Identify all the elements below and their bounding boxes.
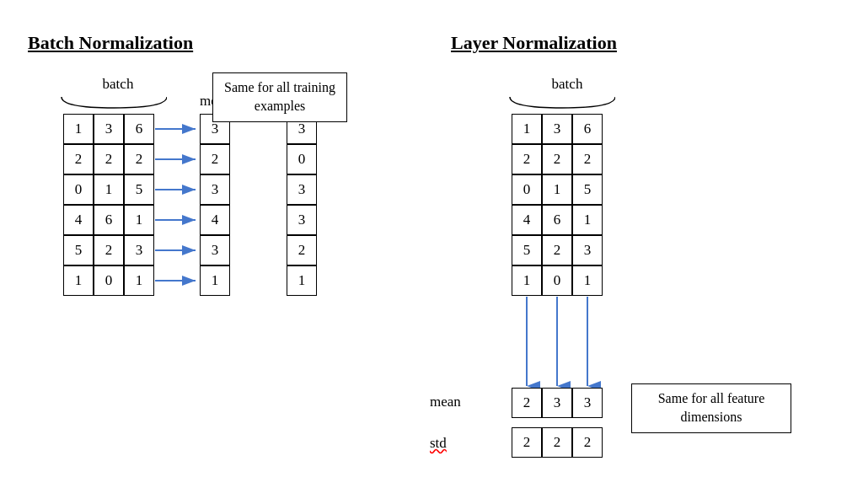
mean-cell: 2 bbox=[200, 144, 230, 174]
mean-cell: 4 bbox=[200, 205, 230, 235]
grid-cell: 3 bbox=[572, 235, 603, 265]
layer-norm-std-label: std bbox=[430, 435, 447, 452]
grid-cell: 3 bbox=[94, 114, 124, 144]
grid-cell: 2 bbox=[572, 144, 603, 174]
grid-cell: 1 bbox=[572, 205, 603, 235]
grid-cell: 0 bbox=[512, 174, 542, 205]
batch-norm-grid: 136222015461523101 bbox=[63, 114, 154, 296]
layer-brace-svg bbox=[506, 93, 615, 114]
batch-brace-svg bbox=[57, 93, 167, 114]
mean-cell: 2 bbox=[512, 388, 542, 418]
grid-cell: 6 bbox=[542, 205, 572, 235]
grid-cell: 0 bbox=[63, 174, 94, 205]
std-cell: 0 bbox=[287, 144, 317, 174]
grid-cell: 2 bbox=[542, 144, 572, 174]
batch-norm-mean-col: 323431 bbox=[200, 114, 230, 296]
std-cell: 1 bbox=[287, 265, 317, 296]
layer-norm-grid: 136222015461523101 bbox=[512, 114, 603, 296]
grid-cell: 1 bbox=[572, 265, 603, 296]
grid-cell: 1 bbox=[542, 174, 572, 205]
grid-cell: 2 bbox=[542, 235, 572, 265]
std-cell: 2 bbox=[542, 427, 572, 458]
grid-cell: 1 bbox=[512, 114, 542, 144]
layer-norm-mean-row: 233 bbox=[512, 388, 603, 418]
grid-cell: 5 bbox=[124, 174, 154, 205]
layer-norm-info-box: Same for all feature dimensions bbox=[631, 383, 791, 433]
grid-cell: 1 bbox=[63, 265, 94, 296]
batch-norm-info-box: Same for all training examples bbox=[212, 72, 347, 122]
grid-cell: 5 bbox=[63, 235, 94, 265]
layer-norm-batch-label: batch bbox=[521, 76, 614, 93]
mean-cell: 3 bbox=[572, 388, 603, 418]
grid-cell: 2 bbox=[124, 144, 154, 174]
grid-cell: 2 bbox=[94, 144, 124, 174]
grid-cell: 1 bbox=[512, 265, 542, 296]
layer-norm-mean-label: mean bbox=[430, 394, 461, 410]
std-cell: 3 bbox=[287, 205, 317, 235]
grid-cell: 4 bbox=[63, 205, 94, 235]
mean-cell: 1 bbox=[200, 265, 230, 296]
grid-cell: 5 bbox=[572, 174, 603, 205]
grid-cell: 4 bbox=[512, 205, 542, 235]
batch-norm-batch-label: batch bbox=[72, 76, 164, 93]
batch-norm-std-col: 303321 bbox=[287, 114, 317, 296]
std-cell: 2 bbox=[572, 427, 603, 458]
mean-cell: 3 bbox=[200, 235, 230, 265]
grid-cell: 0 bbox=[94, 265, 124, 296]
batch-norm-title: Batch Normalization bbox=[28, 32, 193, 54]
std-cell: 2 bbox=[512, 427, 542, 458]
grid-cell: 3 bbox=[542, 114, 572, 144]
grid-cell: 6 bbox=[94, 205, 124, 235]
grid-cell: 2 bbox=[63, 144, 94, 174]
grid-cell: 6 bbox=[572, 114, 603, 144]
mean-cell: 3 bbox=[200, 174, 230, 205]
grid-cell: 3 bbox=[124, 235, 154, 265]
std-cell: 2 bbox=[287, 235, 317, 265]
grid-cell: 0 bbox=[542, 265, 572, 296]
grid-cell: 1 bbox=[63, 114, 94, 144]
grid-cell: 2 bbox=[512, 144, 542, 174]
layer-norm-title: Layer Normalization bbox=[451, 32, 617, 54]
grid-cell: 1 bbox=[124, 205, 154, 235]
mean-cell: 3 bbox=[542, 388, 572, 418]
grid-cell: 5 bbox=[512, 235, 542, 265]
layer-norm-std-row: 222 bbox=[512, 427, 603, 458]
grid-cell: 6 bbox=[124, 114, 154, 144]
grid-cell: 1 bbox=[124, 265, 154, 296]
std-cell: 3 bbox=[287, 174, 317, 205]
grid-cell: 2 bbox=[94, 235, 124, 265]
grid-cell: 1 bbox=[94, 174, 124, 205]
